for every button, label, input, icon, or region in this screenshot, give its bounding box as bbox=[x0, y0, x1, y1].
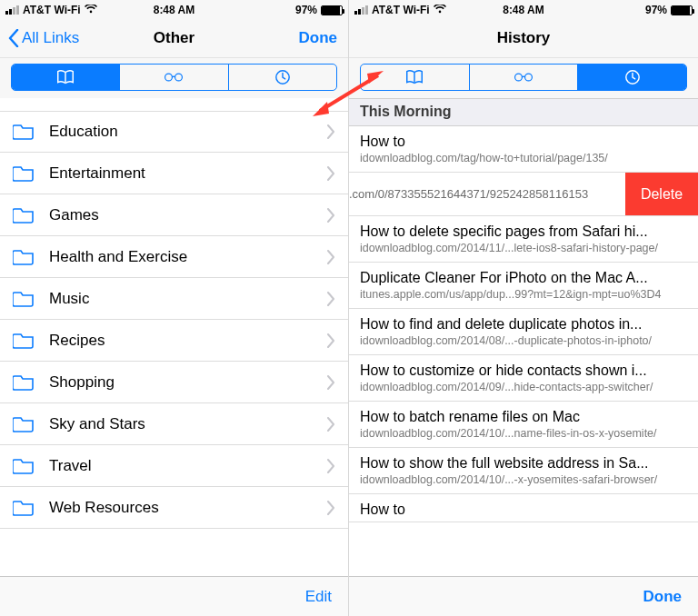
history-title: How to bbox=[360, 134, 687, 150]
history-url: itunes.apple.com/us/app/dup...99?mt=12&i… bbox=[360, 288, 687, 301]
section-header: This Morning bbox=[349, 98, 698, 126]
history-title: How to bbox=[360, 502, 687, 518]
history-title: How to find and delete duplicate photos … bbox=[360, 316, 687, 333]
history-url: idownloadblog.com/2014/08/...-duplicate-… bbox=[360, 334, 687, 347]
folder-row[interactable]: Sky and Stars bbox=[0, 403, 348, 445]
folder-icon bbox=[13, 415, 35, 433]
screen-bookmarks: AT&T Wi-Fi 8:48 AM 97% All Links Other D… bbox=[0, 0, 349, 616]
chevron-right-icon bbox=[326, 194, 335, 235]
folder-row[interactable]: Shopping bbox=[0, 362, 348, 403]
toolbar: Edit bbox=[0, 576, 348, 616]
chevron-right-icon bbox=[326, 403, 335, 444]
folder-icon bbox=[13, 123, 35, 141]
chevron-right-icon bbox=[326, 236, 335, 277]
history-row[interactable]: How to batch rename files on Macidownloa… bbox=[349, 402, 698, 448]
page-title: Other bbox=[154, 29, 194, 47]
chevron-right-icon bbox=[326, 320, 335, 361]
folder-list[interactable]: EducationEntertainmentGamesHealth and Ex… bbox=[0, 98, 348, 576]
tab-history[interactable] bbox=[229, 65, 336, 90]
folder-icon bbox=[13, 373, 35, 392]
history-row[interactable]: How to delete specific pages from Safari… bbox=[349, 216, 698, 263]
folder-label: Sky and Stars bbox=[49, 415, 145, 433]
history-row[interactable]: How to customize or hide contacts shown … bbox=[349, 355, 698, 402]
history-row[interactable]: How to show the full website address in … bbox=[349, 448, 698, 494]
toolbar: Done bbox=[349, 576, 698, 616]
folder-label: Shopping bbox=[49, 373, 115, 392]
folder-icon bbox=[13, 206, 35, 224]
folder-row[interactable]: Education bbox=[0, 111, 348, 153]
folder-icon bbox=[13, 248, 35, 266]
nav-bar: History bbox=[349, 18, 698, 58]
history-title: Duplicate Cleaner For iPhoto on the Mac … bbox=[360, 270, 687, 286]
tab-reading-list[interactable] bbox=[470, 65, 579, 90]
folder-icon bbox=[13, 457, 35, 475]
folder-label: Games bbox=[49, 206, 99, 224]
segmented-control-wrap bbox=[0, 58, 348, 98]
history-title: How to batch rename files on Mac bbox=[360, 409, 687, 425]
chevron-right-icon bbox=[326, 153, 335, 194]
folder-icon bbox=[13, 332, 35, 350]
tab-reading-list[interactable] bbox=[120, 65, 228, 90]
delete-button[interactable]: Delete bbox=[625, 173, 698, 215]
folder-label: Entertainment bbox=[49, 164, 145, 183]
clock-icon bbox=[273, 69, 293, 85]
done-button[interactable]: Done bbox=[643, 588, 683, 606]
chevron-left-icon bbox=[7, 29, 20, 47]
svg-point-5 bbox=[515, 74, 523, 81]
history-title: How to customize or hide contacts shown … bbox=[360, 363, 687, 379]
book-icon bbox=[55, 69, 75, 85]
edit-button[interactable]: Edit bbox=[305, 588, 332, 606]
history-url: idownloadblog.com/2014/10/...-x-yosemite… bbox=[360, 473, 687, 486]
history-title: How to delete specific pages from Safari… bbox=[360, 224, 687, 240]
clock-icon bbox=[623, 69, 643, 85]
svg-point-1 bbox=[165, 74, 173, 81]
folder-label: Web Resources bbox=[49, 499, 159, 517]
tab-bookmarks[interactable] bbox=[361, 65, 470, 90]
history-url: idownloadblog.com/2014/09/...hide-contac… bbox=[360, 381, 687, 393]
nav-bar: All Links Other Done bbox=[0, 18, 348, 58]
page-title: History bbox=[497, 29, 551, 47]
svg-point-6 bbox=[525, 74, 533, 81]
history-title: How to show the full website address in … bbox=[360, 455, 687, 472]
history-url: idownloadblog.com/2014/10/...name-files-… bbox=[360, 427, 687, 440]
history-url: .com/0/873355521644371/925242858116153 bbox=[349, 173, 625, 215]
tab-bookmarks[interactable] bbox=[12, 65, 120, 90]
done-button[interactable]: Done bbox=[299, 18, 338, 58]
folder-row[interactable]: Games bbox=[0, 194, 348, 236]
back-label: All Links bbox=[22, 29, 79, 47]
segmented-control bbox=[360, 64, 687, 91]
history-list[interactable]: This Morning How toidownloadblog.com/tag… bbox=[349, 98, 698, 576]
history-row[interactable]: Duplicate Cleaner For iPhoto on the Mac … bbox=[349, 263, 698, 309]
glasses-icon bbox=[514, 69, 533, 85]
folder-row[interactable]: Recipes bbox=[0, 320, 348, 362]
folder-label: Education bbox=[49, 123, 118, 141]
status-bar: AT&T Wi-Fi 8:48 AM 97% bbox=[0, 0, 348, 18]
segmented-control-wrap bbox=[349, 58, 698, 98]
screen-history: AT&T Wi-Fi 8:48 AM 97% History bbox=[349, 0, 698, 616]
history-row[interactable]: How to find and delete duplicate photos … bbox=[349, 309, 698, 355]
folder-row[interactable]: Web Resources bbox=[0, 487, 348, 529]
tab-history[interactable] bbox=[578, 65, 686, 90]
chevron-right-icon bbox=[326, 487, 335, 528]
folder-icon bbox=[13, 290, 35, 308]
folder-label: Travel bbox=[49, 457, 92, 475]
folder-icon bbox=[13, 164, 35, 183]
book-icon bbox=[404, 69, 424, 85]
folder-row[interactable]: Entertainment bbox=[0, 153, 348, 194]
folder-label: Music bbox=[49, 290, 89, 308]
status-time: 8:48 AM bbox=[0, 4, 348, 16]
history-row-swiped[interactable]: .com/0/873355521644371/925242858116153De… bbox=[349, 173, 698, 216]
svg-point-2 bbox=[175, 74, 183, 81]
folder-label: Health and Exercise bbox=[49, 248, 187, 266]
chevron-right-icon bbox=[326, 112, 335, 152]
folder-row[interactable]: Travel bbox=[0, 445, 348, 487]
history-row[interactable]: How toidownloadblog.com/tag/how-to+tutor… bbox=[349, 126, 698, 173]
status-bar: AT&T Wi-Fi 8:48 AM 97% bbox=[349, 0, 698, 18]
chevron-right-icon bbox=[326, 362, 335, 402]
segmented-control bbox=[11, 64, 337, 91]
folder-row[interactable]: Music bbox=[0, 278, 348, 320]
folder-icon bbox=[13, 499, 35, 517]
folder-row[interactable]: Health and Exercise bbox=[0, 236, 348, 278]
history-row[interactable]: How to bbox=[349, 494, 698, 522]
back-button[interactable]: All Links bbox=[7, 18, 79, 58]
